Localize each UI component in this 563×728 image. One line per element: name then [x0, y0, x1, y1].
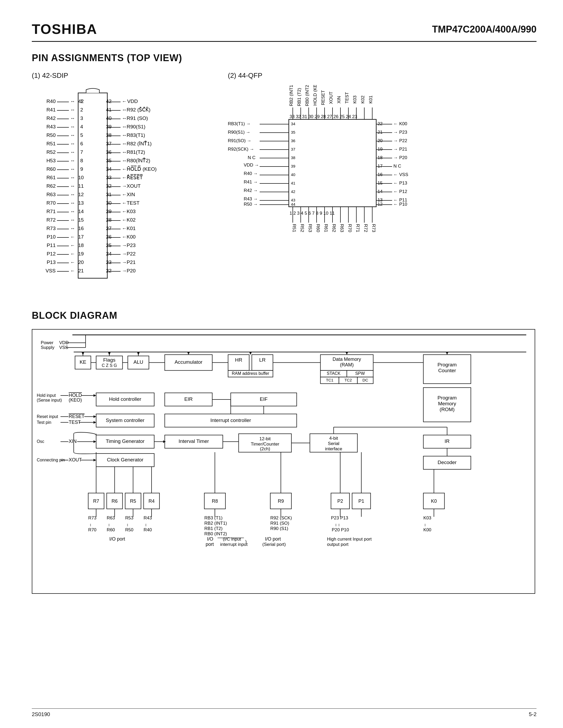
- svg-text:33: 33: [106, 175, 111, 180]
- svg-text:RB3 (T1): RB3 (T1): [204, 515, 222, 520]
- svg-text:39: 39: [106, 124, 111, 129]
- svg-text:R72: R72: [46, 217, 56, 223]
- svg-text:33 32 31 30 29 28 27 26 25 24 : 33 32 31 30 29 28 27 26 25 24 23: [290, 114, 357, 119]
- svg-text:6: 6: [80, 141, 83, 146]
- svg-text:←: ←: [122, 234, 127, 240]
- svg-text:↔: ↔: [122, 133, 127, 138]
- svg-text:N C: N C: [248, 155, 255, 160]
- svg-text:23: 23: [106, 259, 111, 265]
- svg-text:→ P21: → P21: [394, 147, 407, 152]
- svg-text:←: ←: [70, 260, 75, 265]
- svg-text:42: 42: [78, 98, 84, 104]
- svg-text:interface: interface: [325, 446, 342, 451]
- svg-text:↔: ↔: [70, 200, 75, 206]
- svg-text:R70: R70: [347, 224, 352, 232]
- svg-text:R72: R72: [363, 224, 368, 232]
- svg-text:R62: R62: [46, 183, 56, 189]
- svg-text:R8: R8: [212, 498, 218, 504]
- svg-text:EIF: EIF: [260, 396, 267, 402]
- svg-text:R̄E̅S̅E̅T̅: R̄E̅S̅E̅T̅: [127, 174, 143, 180]
- svg-text:13: 13: [78, 200, 84, 206]
- svg-text:TEST: TEST: [345, 92, 350, 104]
- svg-text:(2ch): (2ch): [260, 446, 270, 451]
- svg-text:RB2 (INT1): RB2 (INT1): [289, 85, 294, 106]
- svg-text:34: 34: [106, 166, 112, 172]
- svg-text:Hold input: Hold input: [37, 393, 56, 398]
- svg-text:↕     ↕: ↕ ↕: [335, 522, 340, 527]
- svg-text:Hold controller: Hold controller: [109, 396, 141, 402]
- svg-text:XOUT: XOUT: [127, 183, 141, 189]
- svg-text:← P10: ← P10: [394, 202, 407, 207]
- svg-text:R90(S1) →: R90(S1) →: [228, 130, 250, 135]
- svg-text:R92(SCK) →: R92(SCK) →: [228, 147, 254, 152]
- svg-text:R90 (S1): R90 (S1): [270, 526, 288, 531]
- svg-text:21: 21: [78, 268, 84, 273]
- svg-text:R80(ĪNT̄2): R80(ĪNT̄2): [127, 158, 150, 163]
- svg-text:Flags: Flags: [103, 357, 115, 363]
- svg-text:19: 19: [378, 147, 383, 152]
- svg-text:18: 18: [78, 242, 84, 248]
- svg-text:R43: R43: [46, 124, 56, 129]
- svg-text:K03: K03: [127, 209, 136, 214]
- svg-text:↕: ↕: [126, 522, 128, 527]
- svg-text:R52: R52: [300, 224, 305, 232]
- svg-text:←: ←: [70, 268, 75, 273]
- svg-text:P2: P2: [337, 498, 343, 504]
- svg-text:17: 17: [378, 164, 383, 169]
- svg-text:← K00: ← K00: [394, 121, 407, 126]
- svg-text:R43: R43: [144, 515, 152, 520]
- svg-text:K00: K00: [127, 234, 136, 240]
- svg-text:R6: R6: [111, 498, 118, 504]
- svg-text:RB1 (T2): RB1 (T2): [297, 88, 302, 106]
- svg-text:R40: R40: [46, 98, 56, 104]
- svg-text:R82 (ĪNT̄1): R82 (ĪNT̄1): [127, 141, 151, 146]
- svg-text:port: port: [205, 542, 214, 547]
- svg-text:↔: ↔: [122, 107, 127, 113]
- svg-text:P11: P11: [47, 242, 56, 248]
- svg-text:↔: ↔: [70, 141, 75, 146]
- svg-text:R60: R60: [316, 224, 321, 232]
- svg-text:↔: ↔: [70, 217, 75, 223]
- svg-text:44: 44: [291, 202, 296, 206]
- svg-text:R50 →: R50 →: [244, 202, 258, 207]
- svg-text:41: 41: [106, 107, 111, 113]
- svg-text:I/O port: I/O port: [109, 536, 125, 542]
- svg-text:16: 16: [78, 226, 84, 231]
- svg-text:↔: ↔: [122, 124, 127, 129]
- svg-text:Data Memory: Data Memory: [333, 357, 361, 362]
- svg-text:→: →: [122, 268, 127, 273]
- svg-text:4: 4: [80, 124, 83, 129]
- svg-text:RB0 (INT2): RB0 (INT2): [305, 85, 310, 106]
- svg-text:H̄O̅L̅D̅ (KEO): H̄O̅L̅D̅ (KEO): [127, 166, 156, 172]
- svg-text:K02: K02: [127, 217, 136, 223]
- svg-text:40: 40: [106, 115, 111, 121]
- svg-text:↔: ↔: [122, 158, 127, 163]
- svg-text:(RAM): (RAM): [340, 362, 354, 367]
- svg-text:←: ←: [70, 234, 75, 240]
- svg-text:←: ←: [122, 167, 127, 172]
- svg-text:38: 38: [106, 132, 111, 138]
- svg-text:R61: R61: [324, 224, 329, 232]
- svg-marker-394: [249, 352, 252, 355]
- svg-text:XIN: XIN: [127, 192, 135, 197]
- svg-text:output port: output port: [327, 542, 349, 547]
- svg-text:XOUT: XOUT: [69, 457, 82, 462]
- svg-text:P23  P13: P23 P13: [331, 515, 348, 520]
- svg-text:Test pin: Test pin: [37, 420, 51, 425]
- svg-text:↔: ↔: [70, 124, 75, 129]
- block-diagram-svg: Power Supply VDD VSS KE Flags C Z S G AL…: [32, 329, 535, 594]
- svg-text:P21: P21: [127, 259, 136, 265]
- svg-text:18: 18: [378, 155, 383, 160]
- svg-text:7: 7: [80, 149, 83, 155]
- svg-text:R51: R51: [46, 141, 56, 146]
- svg-text:↕: ↕: [89, 522, 91, 527]
- svg-text:Accumulator: Accumulator: [174, 359, 202, 365]
- svg-text:→: →: [122, 251, 127, 257]
- svg-text:I/O: I/O: [207, 536, 213, 542]
- svg-text:R63: R63: [46, 192, 56, 197]
- svg-text:R91 (SO): R91 (SO): [270, 521, 289, 526]
- svg-text:↔: ↔: [70, 158, 75, 163]
- svg-text:R71: R71: [355, 224, 360, 232]
- svg-text:20: 20: [378, 138, 383, 143]
- svg-text:↔: ↔: [70, 133, 75, 138]
